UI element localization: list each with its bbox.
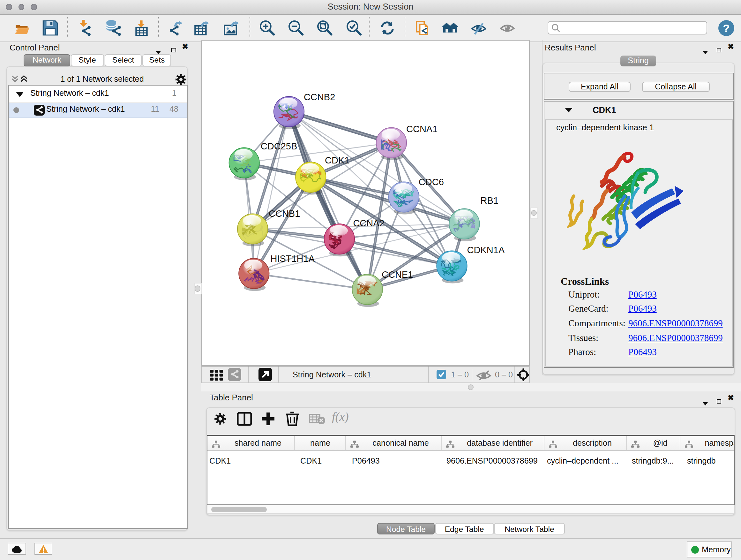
svg-text:CDC25B: CDC25B: [260, 141, 297, 151]
svg-text:CDKN1A: CDKN1A: [467, 245, 504, 255]
svg-text:CDK1: CDK1: [325, 155, 349, 165]
svg-text:CCNB2: CCNB2: [304, 92, 335, 102]
svg-text:CCNA2: CCNA2: [353, 218, 384, 228]
svg-text:CCNE1: CCNE1: [381, 269, 413, 280]
svg-text:CCNB1: CCNB1: [268, 208, 300, 219]
svg-text:CCNA1: CCNA1: [406, 124, 437, 134]
svg-text:HIST1H1A: HIST1H1A: [270, 253, 314, 264]
svg-text:CDC6: CDC6: [418, 177, 444, 187]
svg-text:RB1: RB1: [480, 195, 498, 206]
svg-text:?: ?: [723, 22, 730, 34]
